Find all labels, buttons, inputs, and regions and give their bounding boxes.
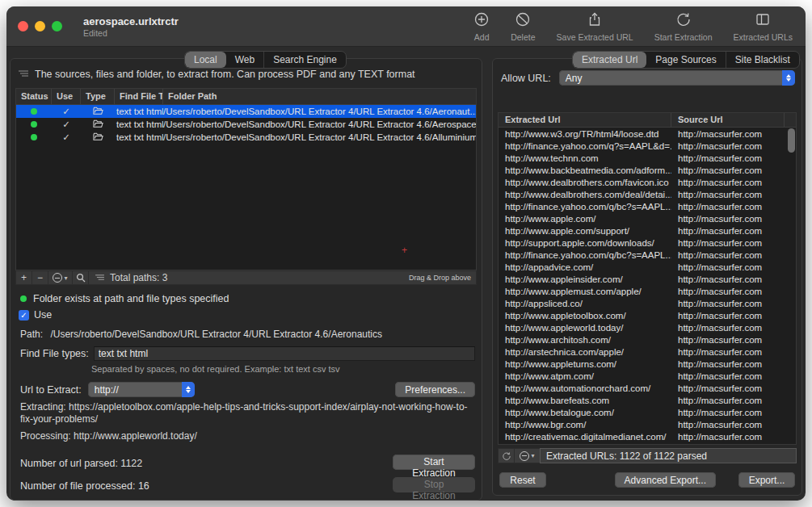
delete-icon: [515, 11, 531, 31]
source-url-cell: http://macsurfer.com: [671, 371, 796, 381]
processing-status: Processing: http://www.appleworld.today/: [20, 430, 473, 442]
tab-extracted-url[interactable]: Extracted Url: [573, 52, 646, 68]
tab-search-engine[interactable]: Search Engine: [264, 52, 346, 68]
minimize-window-button[interactable]: [35, 21, 45, 31]
find-file-types-label: Find File types:: [20, 348, 89, 359]
column-header-source-url[interactable]: Source Url: [671, 113, 785, 127]
add-toolbar-button[interactable]: Add: [473, 11, 490, 42]
delete-toolbar-button[interactable]: Delete: [511, 11, 535, 42]
folder-path-cell: /Users/roberto/DevelSandbox/URL Extracto…: [163, 107, 476, 116]
search-paths-button[interactable]: [73, 271, 89, 284]
extracted-url-row[interactable]: http://www.appletoolbox.com/ http://macs…: [499, 309, 796, 321]
folder-path-cell: /Users/roberto/DevelSandbox/URL Extracto…: [163, 132, 476, 142]
chevron-down-icon: ▾: [531, 452, 534, 459]
extracted-url-row[interactable]: http://www.barefeats.com http://macsurfe…: [499, 394, 796, 406]
tab-page-sources[interactable]: Page Sources: [646, 52, 726, 68]
column-header-folder-path[interactable]: Folder Path: [163, 89, 476, 104]
extracted-url-row[interactable]: http://www.apple.com/support/ http://mac…: [499, 224, 796, 237]
url-scheme-value: http://: [95, 384, 177, 396]
extracted-urls-table: Extracted Url Source Url http://www.w3.o…: [498, 112, 797, 445]
extracted-url-cell: http://www.backbeatmedia.com/adform...: [499, 166, 671, 175]
extracted-url-row[interactable]: http://appsliced.co/ http://macsurfer.co…: [499, 297, 796, 309]
sources-description-text: The sources, files and folder, to extrac…: [35, 69, 415, 80]
action-menu-button[interactable]: ▾: [48, 271, 73, 284]
extracted-url-row[interactable]: http://www.apple.com/ http://macsurfer.c…: [499, 212, 796, 224]
advanced-export-button[interactable]: Advanced Export...: [615, 472, 716, 488]
extracted-url-row[interactable]: http://www.dealbrothers.com/favicon.ico …: [499, 176, 796, 188]
url-scheme-popup[interactable]: http://: [88, 382, 195, 397]
column-header-status[interactable]: Status: [16, 89, 52, 104]
allow-url-popup[interactable]: Any: [559, 70, 795, 86]
tab-web[interactable]: Web: [226, 52, 264, 68]
extracted-url-row[interactable]: http://arstechnica.com/apple/ http://mac…: [499, 346, 796, 358]
save-extracted-url-toolbar-button[interactable]: Save Extracted URL: [557, 11, 633, 42]
extracted-url-row[interactable]: http://finance.yahoo.com/q/bc?s=AAPL... …: [499, 249, 796, 261]
vertical-scrollbar[interactable]: [788, 128, 795, 153]
start-extraction-button[interactable]: Start Extraction: [393, 455, 475, 470]
reset-button[interactable]: Reset: [499, 472, 546, 488]
stop-extraction-button[interactable]: Stop Extraction: [393, 477, 475, 492]
columns-icon: [755, 11, 771, 31]
zoom-window-button[interactable]: [52, 21, 62, 31]
extracted-url-cell: http://appsliced.co/: [499, 299, 671, 308]
add-path-button[interactable]: +: [16, 271, 32, 284]
chevron-down-icon: ▾: [64, 274, 67, 282]
preferences-button[interactable]: Preferences...: [395, 382, 475, 397]
source-url-cell: http://macsurfer.com: [671, 226, 796, 236]
extracted-url-row[interactable]: http://www.backbeatmedia.com/adform... h…: [499, 164, 796, 176]
source-url-cell: http://macsurfer.com: [671, 383, 796, 393]
find-file-types-input[interactable]: [94, 346, 475, 361]
source-row[interactable]: ✓ text txt html /Users/roberto/DevelSand…: [16, 105, 476, 118]
source-row[interactable]: ✓ text txt html /Users/roberto/DevelSand…: [16, 118, 476, 131]
extracted-url-row[interactable]: http://www.atpm.com/ http://macsurfer.co…: [499, 370, 796, 382]
column-header-find-file-type[interactable]: Find File Type: [115, 89, 163, 104]
export-button[interactable]: Export...: [738, 472, 795, 488]
sources-description: The sources, files and folder, to extrac…: [19, 69, 475, 80]
extracted-url-row[interactable]: http://creativemac.digitalmedianet.com/ …: [499, 430, 796, 442]
use-check-icon: ✓: [52, 106, 81, 117]
extracted-url-row[interactable]: http://www.architosh.com/ http://macsurf…: [499, 333, 796, 346]
extracted-url-row[interactable]: http://www.bgr.com/ http://macsurfer.com: [499, 418, 796, 430]
extracted-url-row[interactable]: http://support.apple.com/downloads/ http…: [499, 237, 796, 249]
column-header-type[interactable]: Type: [81, 89, 115, 104]
extracted-url-row[interactable]: http://www.automationorchard.com/ http:/…: [499, 382, 796, 394]
filter-menu-button[interactable]: ▾: [514, 448, 540, 463]
refresh-list-button[interactable]: [498, 448, 514, 463]
tab-site-blacklist[interactable]: Site Blacklist: [726, 52, 799, 68]
window-edited-badge: Edited: [83, 28, 179, 38]
path-value: /Users/roberto/DevelSandbox/URL Extracto…: [50, 329, 382, 340]
use-check-icon: ✓: [52, 119, 81, 130]
extracted-url-row[interactable]: http://www.appleinsider.com/ http://macs…: [499, 273, 796, 285]
extracted-urls-toolbar-button[interactable]: Extracted URLs: [733, 11, 793, 42]
extracted-url-row[interactable]: http://www.applemust.com/apple/ http://m…: [499, 285, 796, 297]
extracted-url-cell: http://www.automationorchard.com/: [499, 383, 671, 393]
app-window: aerospace.urlxtrctr Edited Add Delete Sa…: [6, 6, 806, 501]
path-line: Path: /Users/roberto/DevelSandbox/URL Ex…: [20, 329, 475, 340]
use-checkbox[interactable]: ✓: [19, 310, 29, 321]
remove-path-button[interactable]: −: [32, 271, 48, 284]
extracted-url-row[interactable]: http://www.appleturns.com/ http://macsur…: [499, 358, 796, 370]
source-row[interactable]: ✓ text txt html /Users/roberto/DevelSand…: [16, 131, 476, 144]
source-url-cell: http://macsurfer.com: [671, 287, 796, 296]
extracted-url-row[interactable]: http://www.appleworld.today/ http://macs…: [499, 321, 796, 333]
tab-local[interactable]: Local: [185, 52, 226, 68]
folder-status-line: Folder exists at path and file types spe…: [20, 293, 229, 304]
extracted-url-row[interactable]: http://finance.yahoo.com/q/bc?s=AAPL... …: [499, 200, 796, 212]
extracted-url-row[interactable]: http://appadvice.com/ http://macsurfer.c…: [499, 261, 796, 273]
folder-icon: [93, 107, 103, 117]
extracted-url-row[interactable]: http://www.dealbrothers.com/deal/detai..…: [499, 188, 796, 200]
close-window-button[interactable]: [18, 21, 28, 31]
file-types-cell: text txt html: [115, 119, 163, 129]
extracted-url-cell: http://www.appleturns.com/: [499, 359, 671, 369]
extracted-url-row[interactable]: http://finance.yahoo.com/q?s=AAPL&d=... …: [499, 140, 796, 152]
extracted-url-row[interactable]: http://www.w3.org/TR/html4/loose.dtd htt…: [499, 128, 796, 140]
folder-path-cell: /Users/roberto/DevelSandbox/URL Extracto…: [163, 119, 476, 129]
column-header-extracted-url[interactable]: Extracted Url: [499, 113, 671, 127]
start-extraction-toolbar-button[interactable]: Start Extraction: [654, 11, 713, 42]
allow-url-value: Any: [566, 73, 777, 84]
column-header-use[interactable]: Use: [52, 89, 81, 104]
extracted-url-row[interactable]: http://www.betalogue.com/ http://macsurf…: [499, 406, 796, 418]
extracted-url-row[interactable]: http://www.technn.com http://macsurfer.c…: [499, 152, 796, 164]
drag-drop-hint: Drag & Drop above: [409, 274, 476, 282]
title-bar: aerospace.urlxtrctr Edited Add Delete Sa…: [6, 6, 806, 47]
